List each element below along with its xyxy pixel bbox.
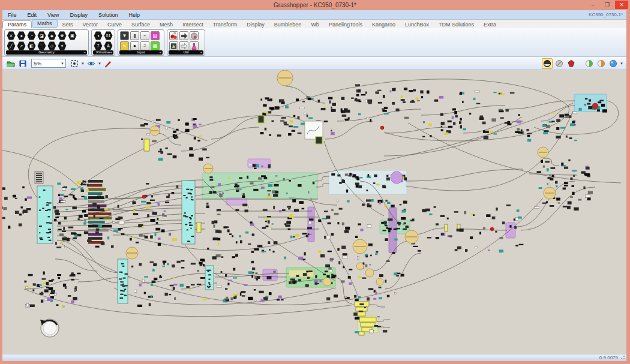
component[interactable]	[349, 282, 352, 285]
canvas-panel[interactable]	[445, 224, 448, 231]
component[interactable]	[355, 182, 359, 185]
component[interactable]	[254, 300, 256, 302]
component[interactable]	[158, 151, 163, 153]
component[interactable]	[250, 223, 254, 225]
component[interactable]	[382, 230, 386, 231]
component[interactable]	[572, 185, 574, 187]
vector-param-icon[interactable]: ↗	[17, 41, 26, 50]
component[interactable]	[358, 89, 361, 92]
component[interactable]	[441, 130, 443, 131]
component[interactable]	[573, 175, 575, 177]
menu-view[interactable]: View	[42, 12, 64, 18]
jump-arrow-icon[interactable]	[179, 31, 188, 40]
component[interactable]	[298, 257, 303, 260]
component[interactable]	[342, 222, 344, 225]
component[interactable]	[279, 99, 284, 102]
component[interactable]	[185, 122, 189, 125]
component[interactable]	[361, 228, 364, 231]
component[interactable]	[263, 209, 268, 211]
component[interactable]	[251, 261, 254, 263]
component[interactable]	[566, 136, 568, 138]
component[interactable]	[574, 140, 577, 141]
component[interactable]	[165, 126, 168, 129]
component[interactable]	[65, 286, 67, 289]
component[interactable]	[439, 96, 443, 99]
component[interactable]	[427, 91, 430, 94]
number-slider-icon[interactable]: ▼	[120, 31, 129, 40]
component[interactable]	[71, 272, 74, 274]
number-param-icon[interactable]: 7	[94, 41, 103, 50]
component[interactable]	[440, 215, 445, 217]
component[interactable]	[240, 240, 242, 243]
component[interactable]	[265, 97, 269, 99]
component[interactable]	[55, 213, 60, 215]
zoom-select[interactable]: 5%▼	[31, 59, 66, 68]
component[interactable]	[50, 293, 54, 294]
component[interactable]	[152, 121, 154, 124]
component[interactable]	[518, 216, 522, 218]
canvas-group[interactable]	[248, 159, 271, 168]
component[interactable]	[151, 195, 153, 198]
component[interactable]	[331, 107, 332, 109]
component[interactable]	[26, 287, 28, 288]
component[interactable]	[324, 121, 328, 122]
component[interactable]	[227, 283, 229, 285]
component[interactable]	[163, 266, 165, 267]
component[interactable]	[215, 221, 217, 223]
component[interactable]	[570, 196, 573, 198]
component[interactable]	[453, 122, 455, 125]
component[interactable]	[368, 243, 373, 246]
component[interactable]	[295, 234, 300, 237]
twisted-box-param-icon[interactable]: ▱	[47, 41, 56, 50]
component[interactable]	[112, 222, 115, 224]
component[interactable]	[542, 203, 547, 204]
component[interactable]	[77, 234, 81, 236]
component[interactable]	[56, 304, 59, 306]
preview-off-button[interactable]	[554, 58, 565, 69]
component[interactable]	[332, 103, 336, 106]
component[interactable]	[551, 121, 554, 122]
component[interactable]	[252, 233, 254, 236]
component[interactable]	[268, 167, 271, 169]
component[interactable]	[242, 204, 247, 206]
component[interactable]	[267, 216, 271, 217]
component[interactable]	[401, 95, 403, 98]
component[interactable]	[290, 120, 293, 123]
component[interactable]	[154, 278, 157, 280]
component[interactable]	[95, 231, 99, 234]
component[interactable]	[547, 168, 549, 171]
component[interactable]	[50, 294, 55, 296]
component[interactable]	[61, 201, 65, 203]
component[interactable]	[288, 133, 292, 136]
component[interactable]	[581, 171, 585, 173]
component[interactable]	[561, 163, 563, 166]
ribbon-group-label-geometry[interactable]: Geometry+	[6, 50, 87, 55]
component[interactable]	[365, 264, 368, 267]
component[interactable]	[331, 275, 335, 278]
component[interactable]	[412, 218, 415, 221]
component[interactable]	[313, 182, 314, 185]
component[interactable]	[392, 252, 395, 254]
ribbon-group-label-util[interactable]: Util+	[169, 50, 203, 55]
component[interactable]	[320, 254, 325, 257]
component[interactable]	[588, 191, 593, 194]
component[interactable]	[349, 173, 352, 175]
close-button[interactable]: ✕	[615, 1, 628, 9]
component[interactable]	[565, 114, 569, 116]
component[interactable]	[158, 243, 161, 246]
component[interactable]	[308, 221, 311, 224]
component[interactable]	[237, 185, 239, 187]
component[interactable]	[572, 121, 575, 124]
component[interactable]	[94, 215, 95, 218]
component[interactable]	[199, 136, 202, 137]
component[interactable]	[81, 184, 86, 185]
component[interactable]	[265, 296, 268, 297]
button-icon[interactable]: ▮	[130, 31, 139, 40]
component[interactable]	[359, 101, 362, 102]
component[interactable]	[447, 218, 449, 219]
component[interactable]	[539, 187, 542, 189]
component[interactable]	[542, 125, 546, 127]
component[interactable]	[404, 117, 409, 119]
component[interactable]	[359, 303, 364, 305]
component[interactable]	[251, 275, 253, 278]
